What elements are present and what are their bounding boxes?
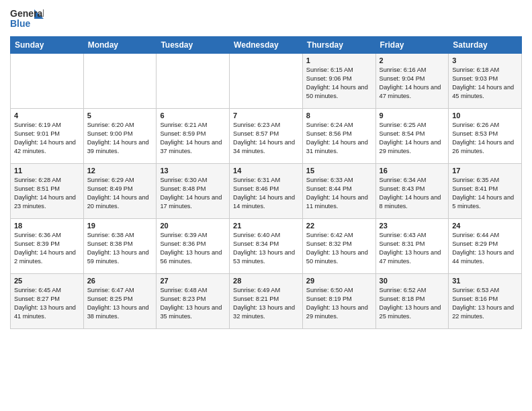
day-cell: 29Sunrise: 6:50 AM Sunset: 8:19 PM Dayli… [302,274,375,329]
day-content: Sunrise: 6:33 AM Sunset: 8:44 PM Dayligh… [306,176,372,211]
day-content: Sunrise: 6:40 AM Sunset: 8:34 PM Dayligh… [233,231,299,266]
calendar-table: SundayMondayTuesdayWednesdayThursdayFrid… [10,36,522,329]
day-content: Sunrise: 6:36 AM Sunset: 8:39 PM Dayligh… [14,231,80,266]
day-number: 29 [306,277,372,285]
day-number: 6 [160,111,226,120]
day-cell [230,54,303,109]
day-content: Sunrise: 6:31 AM Sunset: 8:46 PM Dayligh… [233,176,299,211]
day-content: Sunrise: 6:20 AM Sunset: 9:00 PM Dayligh… [87,121,153,156]
day-number: 25 [14,277,80,285]
page-container: GeneralBlue SundayMondayTuesdayWednesday… [0,0,532,332]
day-number: 13 [160,167,226,175]
day-number: 4 [14,111,80,120]
day-cell: 28Sunrise: 6:49 AM Sunset: 8:21 PM Dayli… [230,274,303,329]
day-cell: 25Sunrise: 6:45 AM Sunset: 8:27 PM Dayli… [11,274,84,329]
day-content: Sunrise: 6:44 AM Sunset: 8:29 PM Dayligh… [452,231,518,266]
day-cell: 26Sunrise: 6:47 AM Sunset: 8:25 PM Dayli… [83,274,157,329]
day-cell: 24Sunrise: 6:44 AM Sunset: 8:29 PM Dayli… [449,219,522,274]
header-cell-saturday: Saturday [449,37,522,54]
day-content: Sunrise: 6:21 AM Sunset: 8:59 PM Dayligh… [160,121,226,156]
day-number: 5 [87,111,153,120]
header-cell-friday: Friday [375,37,449,54]
header-cell-sunday: Sunday [11,37,84,54]
day-cell: 17Sunrise: 6:35 AM Sunset: 8:41 PM Dayli… [449,164,522,219]
day-content: Sunrise: 6:38 AM Sunset: 8:38 PM Dayligh… [87,231,153,266]
day-number: 18 [14,222,80,230]
day-number: 14 [233,167,299,175]
day-content: Sunrise: 6:34 AM Sunset: 8:43 PM Dayligh… [380,176,445,211]
week-row-1: 1Sunrise: 6:15 AM Sunset: 9:06 PM Daylig… [11,54,522,109]
day-cell: 15Sunrise: 6:33 AM Sunset: 8:44 PM Dayli… [302,164,375,219]
day-number: 28 [233,277,299,285]
day-cell: 8Sunrise: 6:24 AM Sunset: 8:56 PM Daylig… [302,109,375,164]
day-cell: 11Sunrise: 6:28 AM Sunset: 8:51 PM Dayli… [11,164,84,219]
day-number: 27 [160,277,226,285]
day-cell [157,54,230,109]
day-content: Sunrise: 6:45 AM Sunset: 8:27 PM Dayligh… [14,286,80,321]
day-content: Sunrise: 6:39 AM Sunset: 8:36 PM Dayligh… [160,231,226,266]
header-cell-wednesday: Wednesday [230,37,303,54]
week-row-3: 11Sunrise: 6:28 AM Sunset: 8:51 PM Dayli… [11,164,522,219]
day-content: Sunrise: 6:29 AM Sunset: 8:49 PM Dayligh… [87,176,153,211]
day-number: 31 [452,277,518,285]
day-cell: 2Sunrise: 6:16 AM Sunset: 9:04 PM Daylig… [375,54,449,109]
day-content: Sunrise: 6:28 AM Sunset: 8:51 PM Dayligh… [14,176,80,211]
day-cell: 23Sunrise: 6:43 AM Sunset: 8:31 PM Dayli… [375,219,449,274]
day-content: Sunrise: 6:35 AM Sunset: 8:41 PM Dayligh… [452,176,518,211]
day-cell: 13Sunrise: 6:30 AM Sunset: 8:48 PM Dayli… [157,164,230,219]
day-number: 10 [452,111,518,120]
day-cell: 31Sunrise: 6:53 AM Sunset: 8:16 PM Dayli… [449,274,522,329]
day-content: Sunrise: 6:52 AM Sunset: 8:18 PM Dayligh… [380,286,445,321]
day-cell: 21Sunrise: 6:40 AM Sunset: 8:34 PM Dayli… [230,219,303,274]
day-content: Sunrise: 6:26 AM Sunset: 8:53 PM Dayligh… [452,121,518,156]
day-cell: 3Sunrise: 6:18 AM Sunset: 9:03 PM Daylig… [449,54,522,109]
day-cell: 22Sunrise: 6:42 AM Sunset: 8:32 PM Dayli… [302,219,375,274]
day-cell: 16Sunrise: 6:34 AM Sunset: 8:43 PM Dayli… [375,164,449,219]
day-cell: 6Sunrise: 6:21 AM Sunset: 8:59 PM Daylig… [157,109,230,164]
day-number: 16 [380,167,445,175]
day-content: Sunrise: 6:50 AM Sunset: 8:19 PM Dayligh… [306,286,372,321]
day-number: 11 [14,167,80,175]
day-cell: 18Sunrise: 6:36 AM Sunset: 8:39 PM Dayli… [11,219,84,274]
day-number: 30 [380,277,445,285]
day-content: Sunrise: 6:15 AM Sunset: 9:06 PM Dayligh… [306,66,372,101]
day-number: 1 [306,56,372,64]
day-cell: 14Sunrise: 6:31 AM Sunset: 8:46 PM Dayli… [230,164,303,219]
day-cell: 12Sunrise: 6:29 AM Sunset: 8:49 PM Dayli… [83,164,157,219]
header: GeneralBlue [10,7,522,31]
logo-triangle-icon: GeneralBlue [10,7,44,31]
day-number: 22 [306,222,372,230]
day-number: 26 [87,277,153,285]
day-number: 9 [380,111,445,120]
day-number: 23 [380,222,445,230]
week-row-2: 4Sunrise: 6:19 AM Sunset: 9:01 PM Daylig… [11,109,522,164]
day-cell: 10Sunrise: 6:26 AM Sunset: 8:53 PM Dayli… [449,109,522,164]
day-content: Sunrise: 6:43 AM Sunset: 8:31 PM Dayligh… [380,231,445,266]
day-cell: 7Sunrise: 6:23 AM Sunset: 8:57 PM Daylig… [230,109,303,164]
day-cell: 20Sunrise: 6:39 AM Sunset: 8:36 PM Dayli… [157,219,230,274]
day-cell: 9Sunrise: 6:25 AM Sunset: 8:54 PM Daylig… [375,109,449,164]
header-cell-tuesday: Tuesday [157,37,230,54]
day-content: Sunrise: 6:18 AM Sunset: 9:03 PM Dayligh… [452,66,518,101]
day-content: Sunrise: 6:24 AM Sunset: 8:56 PM Dayligh… [306,121,372,156]
day-content: Sunrise: 6:47 AM Sunset: 8:25 PM Dayligh… [87,286,153,321]
day-cell [11,54,84,109]
logo: GeneralBlue [10,7,44,31]
day-content: Sunrise: 6:16 AM Sunset: 9:04 PM Dayligh… [380,66,445,101]
day-number: 2 [380,56,445,64]
day-cell: 19Sunrise: 6:38 AM Sunset: 8:38 PM Dayli… [83,219,157,274]
day-content: Sunrise: 6:30 AM Sunset: 8:48 PM Dayligh… [160,176,226,211]
svg-text:Blue: Blue [10,18,31,29]
header-cell-thursday: Thursday [302,37,375,54]
day-content: Sunrise: 6:23 AM Sunset: 8:57 PM Dayligh… [233,121,299,156]
day-content: Sunrise: 6:19 AM Sunset: 9:01 PM Dayligh… [14,121,80,156]
day-number: 15 [306,167,372,175]
day-number: 20 [160,222,226,230]
day-content: Sunrise: 6:42 AM Sunset: 8:32 PM Dayligh… [306,231,372,266]
day-number: 17 [452,167,518,175]
day-number: 12 [87,167,153,175]
header-cell-monday: Monday [83,37,157,54]
day-content: Sunrise: 6:48 AM Sunset: 8:23 PM Dayligh… [160,286,226,321]
day-content: Sunrise: 6:49 AM Sunset: 8:21 PM Dayligh… [233,286,299,321]
day-number: 24 [452,222,518,230]
